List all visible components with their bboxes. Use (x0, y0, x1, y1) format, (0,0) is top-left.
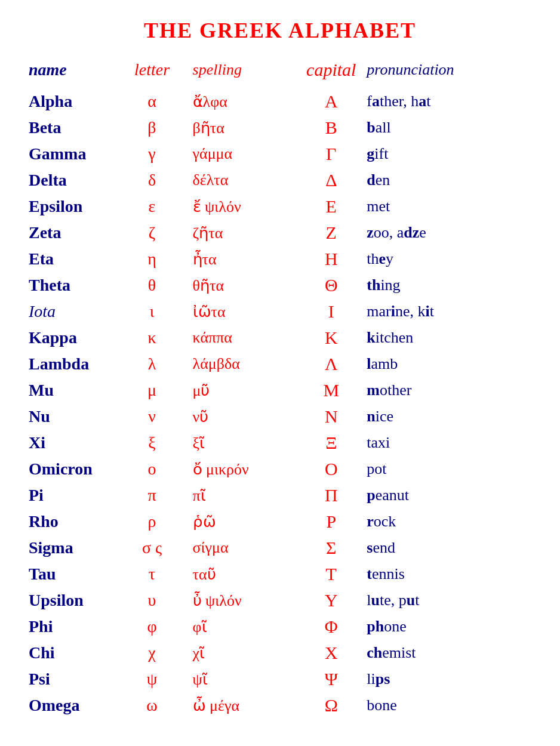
letter-name: Omega (24, 692, 116, 719)
letter-symbol: γ (116, 141, 187, 167)
letter-symbol: λ (116, 351, 187, 377)
letter-pronunciation: peanut (362, 482, 536, 508)
letter-pronunciation: gift (362, 141, 536, 167)
letter-spelling: κάππα (188, 325, 301, 351)
table-row: PiππῖΠpeanut (24, 482, 536, 508)
letter-symbol: τ (116, 561, 187, 587)
table-row: EtaηἦταHthey (24, 246, 536, 272)
table-row: PsiψψῖΨlips (24, 666, 536, 692)
letter-pronunciation: zoo, adze (362, 220, 536, 246)
table-row: PhiφφῖΦphone (24, 614, 536, 640)
table-row: KappaκκάππαKkitchen (24, 325, 536, 351)
letter-capital: Ω (300, 692, 362, 719)
letter-symbol: ψ (116, 666, 187, 692)
letter-symbol: ο (116, 456, 187, 482)
letter-symbol: δ (116, 167, 187, 193)
table-row: RhoρῥῶProck (24, 508, 536, 535)
letter-symbol: ν (116, 403, 187, 430)
letter-spelling: ἔ ψιλόν (188, 193, 301, 220)
table-row: LambdaλλάμβδαΛlamb (24, 351, 536, 377)
letter-spelling: ἄλφα (188, 88, 301, 115)
letter-capital: I (300, 298, 362, 325)
letter-pronunciation: nice (362, 403, 536, 430)
letter-spelling: ταῦ (188, 561, 301, 587)
letter-capital: Π (300, 482, 362, 508)
letter-capital: Δ (300, 167, 362, 193)
letter-spelling: βῆτα (188, 115, 301, 141)
header-letter: letter (116, 57, 187, 88)
letter-capital: Γ (300, 141, 362, 167)
letter-capital: Ψ (300, 666, 362, 692)
table-row: Omicronοὄ μικρόνOpot (24, 456, 536, 482)
letter-spelling: ψῖ (188, 666, 301, 692)
letter-name: Kappa (24, 325, 116, 351)
letter-spelling: μῦ (188, 377, 301, 403)
table-row: BetaββῆταBball (24, 115, 536, 141)
letter-spelling: λάμβδα (188, 351, 301, 377)
letter-spelling: δέλτα (188, 167, 301, 193)
letter-pronunciation: rock (362, 508, 536, 535)
table-row: ChiχχῖXchemist (24, 640, 536, 666)
letter-capital: X (300, 640, 362, 666)
letter-name: Sigma (24, 535, 116, 561)
letter-name: Omicron (24, 456, 116, 482)
letter-capital: E (300, 193, 362, 220)
letter-pronunciation: lips (362, 666, 536, 692)
letter-capital: B (300, 115, 362, 141)
letter-pronunciation: chemist (362, 640, 536, 666)
table-row: XiξξῖΞtaxi (24, 430, 536, 456)
letter-spelling: σίγμα (188, 535, 301, 561)
letter-pronunciation: bone (362, 692, 536, 719)
letter-spelling: γάμμα (188, 141, 301, 167)
letter-capital: O (300, 456, 362, 482)
letter-symbol: π (116, 482, 187, 508)
letter-pronunciation: tennis (362, 561, 536, 587)
letter-symbol: μ (116, 377, 187, 403)
letter-pronunciation: phone (362, 614, 536, 640)
letter-symbol: θ (116, 272, 187, 298)
letter-pronunciation: ball (362, 115, 536, 141)
letter-pronunciation: pot (362, 456, 536, 482)
letter-symbol: ι (116, 298, 187, 325)
letter-symbol: ω (116, 692, 187, 719)
table-row: TauτταῦTtennis (24, 561, 536, 587)
letter-name: Nu (24, 403, 116, 430)
letter-capital: T (300, 561, 362, 587)
table-row: NuννῦNnice (24, 403, 536, 430)
letter-name: Lambda (24, 351, 116, 377)
letter-capital: Σ (300, 535, 362, 561)
letter-name: Alpha (24, 88, 116, 115)
table-row: Sigmaσ ςσίγμαΣsend (24, 535, 536, 561)
table-row: Epsilonεἔ ψιλόνEmet (24, 193, 536, 220)
letter-capital: Υ (300, 587, 362, 614)
table-row: IotaιἰῶταImarine, kit (24, 298, 536, 325)
letter-name: Theta (24, 272, 116, 298)
letter-capital: P (300, 508, 362, 535)
letter-name: Chi (24, 640, 116, 666)
letter-capital: A (300, 88, 362, 115)
letter-symbol: η (116, 246, 187, 272)
letter-pronunciation: father, hat (362, 88, 536, 115)
letter-symbol: ξ (116, 430, 187, 456)
letter-name: Phi (24, 614, 116, 640)
letter-capital: Z (300, 220, 362, 246)
greek-alphabet-table: name letter spelling capital pronunciati… (24, 57, 536, 719)
letter-name: Beta (24, 115, 116, 141)
letter-name: Pi (24, 482, 116, 508)
letter-symbol: φ (116, 614, 187, 640)
letter-symbol: υ (116, 587, 187, 614)
letter-capital: Φ (300, 614, 362, 640)
letter-capital: K (300, 325, 362, 351)
header-name: name (24, 57, 116, 88)
letter-pronunciation: they (362, 246, 536, 272)
letter-pronunciation: taxi (362, 430, 536, 456)
letter-name: Upsilon (24, 587, 116, 614)
letter-pronunciation: marine, kit (362, 298, 536, 325)
letter-name: Zeta (24, 220, 116, 246)
letter-name: Gamma (24, 141, 116, 167)
letter-pronunciation: den (362, 167, 536, 193)
letter-pronunciation: met (362, 193, 536, 220)
letter-spelling: χῖ (188, 640, 301, 666)
letter-name: Delta (24, 167, 116, 193)
letter-pronunciation: send (362, 535, 536, 561)
